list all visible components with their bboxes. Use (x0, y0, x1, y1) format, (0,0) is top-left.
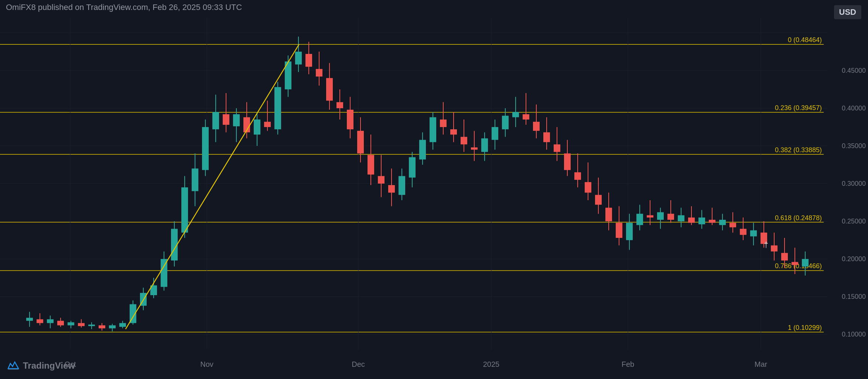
svg-rect-58 (181, 187, 188, 232)
svg-text:1 (0.10299): 1 (0.10299) (788, 324, 822, 331)
svg-rect-154 (678, 215, 684, 221)
svg-rect-72 (254, 120, 260, 135)
x-axis-label: Mar (755, 360, 767, 369)
svg-rect-144 (626, 223, 633, 240)
svg-text:0 (0.48464): 0 (0.48464) (788, 36, 822, 44)
x-axis-label: 2025 (483, 360, 500, 369)
y-axis-label: 0.45000 (842, 66, 866, 74)
svg-text:0.618 (0.24878): 0.618 (0.24878) (775, 214, 822, 222)
svg-rect-162 (719, 220, 726, 225)
svg-rect-134 (574, 172, 581, 180)
svg-rect-34 (57, 321, 64, 325)
y-axis-label: 0.15000 (842, 293, 866, 301)
x-axis-label: Dec (352, 360, 365, 369)
svg-rect-120 (502, 116, 509, 129)
svg-rect-68 (233, 114, 240, 126)
svg-rect-142 (616, 223, 622, 238)
svg-rect-42 (99, 325, 105, 328)
svg-rect-44 (109, 325, 116, 328)
svg-rect-28 (26, 318, 33, 321)
svg-rect-60 (192, 168, 198, 191)
y-axis-label: 0.20000 (842, 255, 866, 263)
header-bar: OmiFX8 published on TradingView.com, Feb… (0, 0, 868, 15)
svg-rect-168 (750, 231, 757, 236)
svg-rect-116 (481, 139, 488, 152)
svg-rect-140 (605, 208, 612, 221)
svg-rect-152 (667, 214, 674, 220)
svg-rect-74 (264, 122, 271, 127)
svg-rect-150 (657, 212, 664, 220)
svg-rect-102 (409, 157, 416, 178)
tv-text: TradingView (23, 361, 75, 371)
svg-rect-36 (68, 322, 74, 325)
tradingview-logo: TradingView (7, 359, 75, 372)
svg-rect-64 (212, 112, 219, 129)
x-axis: OctNovDec2025FebMar (0, 349, 827, 379)
svg-rect-156 (688, 218, 695, 223)
svg-rect-138 (595, 195, 602, 205)
svg-rect-176 (792, 262, 798, 265)
svg-rect-122 (512, 112, 519, 117)
svg-rect-46 (119, 323, 126, 327)
svg-rect-114 (471, 147, 478, 150)
svg-rect-96 (378, 176, 385, 184)
svg-rect-62 (202, 127, 209, 170)
svg-rect-40 (88, 325, 95, 326)
svg-rect-178 (802, 259, 809, 266)
svg-text:0.382 (0.33885): 0.382 (0.33885) (775, 146, 822, 154)
svg-rect-32 (47, 319, 54, 323)
y-axis-label: 0.10000 (842, 331, 866, 338)
svg-rect-132 (564, 153, 571, 170)
svg-rect-80 (295, 52, 302, 65)
svg-rect-108 (440, 120, 447, 127)
svg-text:0.236 (0.39457): 0.236 (0.39457) (775, 104, 822, 112)
svg-rect-174 (781, 253, 788, 260)
svg-rect-94 (368, 155, 374, 174)
y-axis-label: 0.30000 (842, 180, 866, 188)
x-axis-label: Feb (622, 360, 634, 369)
svg-rect-104 (419, 140, 426, 160)
y-axis-label: 0.35000 (842, 142, 866, 150)
svg-rect-82 (305, 54, 312, 67)
svg-rect-88 (336, 102, 343, 108)
svg-rect-100 (399, 176, 405, 195)
svg-text:0.786 (0.18466): 0.786 (0.18466) (775, 262, 822, 270)
svg-rect-160 (709, 220, 715, 223)
published-label: OmiFX8 published on TradingView.com, Feb… (6, 3, 242, 12)
svg-rect-148 (647, 215, 653, 218)
svg-rect-90 (347, 110, 353, 129)
y-axis: 0.100000.150000.200000.250000.300000.350… (827, 18, 868, 349)
svg-rect-106 (430, 117, 436, 142)
svg-rect-92 (357, 131, 364, 153)
chart-container: OmiFX8 published on TradingView.com, Feb… (0, 0, 868, 379)
svg-rect-84 (316, 69, 322, 76)
svg-rect-172 (771, 245, 778, 251)
svg-rect-136 (585, 182, 591, 193)
svg-rect-158 (698, 218, 705, 224)
svg-text:†: † (764, 240, 768, 249)
y-axis-label: 0.25000 (842, 218, 866, 225)
svg-rect-126 (533, 122, 540, 131)
main-chart-svg: 0 (0.48464)0.236 (0.39457)0.382 (0.33885… (0, 18, 827, 349)
svg-rect-98 (388, 185, 395, 192)
svg-rect-118 (492, 127, 498, 140)
svg-rect-76 (274, 87, 281, 129)
svg-rect-110 (450, 129, 457, 134)
svg-rect-54 (161, 259, 167, 287)
svg-rect-124 (523, 114, 529, 119)
svg-rect-86 (326, 78, 333, 100)
tv-icon (7, 359, 20, 372)
y-axis-label: 0.40000 (842, 104, 866, 112)
svg-line-179 (126, 44, 299, 329)
svg-rect-30 (37, 319, 43, 323)
svg-rect-130 (554, 144, 560, 152)
x-axis-label: Nov (200, 360, 213, 369)
svg-rect-166 (740, 229, 746, 235)
svg-rect-66 (223, 114, 229, 125)
svg-rect-164 (729, 223, 736, 227)
svg-rect-146 (636, 214, 643, 225)
svg-rect-112 (461, 137, 467, 144)
svg-rect-38 (78, 323, 85, 326)
svg-rect-128 (543, 132, 550, 142)
